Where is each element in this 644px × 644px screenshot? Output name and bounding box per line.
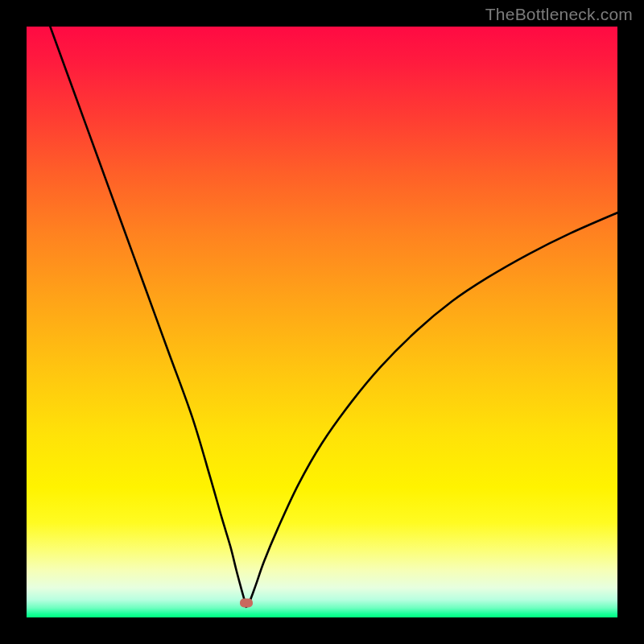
curve-svg <box>27 27 617 617</box>
plot-area <box>27 27 617 617</box>
optimal-point-marker <box>240 599 253 608</box>
bottleneck-curve <box>50 27 617 607</box>
watermark-text: TheBottleneck.com <box>485 5 633 24</box>
chart-frame: TheBottleneck.com <box>0 0 644 644</box>
